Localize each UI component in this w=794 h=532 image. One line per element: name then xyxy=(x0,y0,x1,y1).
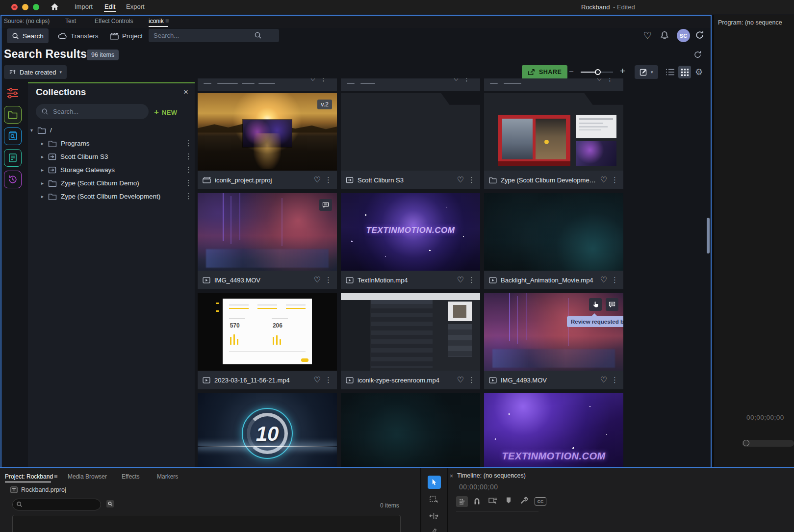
timeline-display-settings-button[interactable] xyxy=(456,496,468,507)
panel-divider[interactable] xyxy=(420,468,421,532)
close-icon[interactable]: × xyxy=(450,473,453,480)
ripple-edit-tool-button[interactable] xyxy=(429,512,439,520)
asset-thumbnail[interactable]: TEXTINMOTION.COM xyxy=(484,393,623,467)
comments-badge[interactable] xyxy=(606,298,618,311)
review-request-badge[interactable] xyxy=(589,298,602,311)
more-options-button[interactable]: ⋮ xyxy=(185,193,192,200)
caret-right-icon[interactable]: ▸ xyxy=(41,141,48,146)
thumbnail-size-slider[interactable] xyxy=(581,72,613,73)
menu-export[interactable]: Export xyxy=(126,3,145,10)
tab-media-browser[interactable]: Media Browser xyxy=(68,473,107,480)
iconik-transfers-nav-button[interactable]: Transfers xyxy=(53,28,103,43)
asset-card-backlight[interactable]: Backlight_Animation_Movie.mp4 ♡ ⋮ xyxy=(484,193,623,289)
asset-card-screencap-dashboard[interactable]: 570 206 2023-03-16_11-56-21.mp4 ♡ ⋮ xyxy=(198,293,337,389)
tab-effect-controls[interactable]: Effect Controls xyxy=(95,18,133,25)
collection-thumbnail[interactable] xyxy=(484,93,623,171)
zoom-out-button[interactable]: − xyxy=(569,67,574,77)
favorite-button[interactable]: ♡ xyxy=(457,376,464,384)
more-options-button[interactable]: ⋮ xyxy=(611,377,618,384)
program-timecode[interactable]: 00;00;00;00 xyxy=(746,414,784,421)
close-window-button[interactable] xyxy=(11,4,18,10)
rail-collections-button[interactable] xyxy=(4,106,22,124)
wrench-settings-icon[interactable] xyxy=(520,496,528,505)
favorite-button[interactable]: ♡ xyxy=(457,176,464,184)
comments-badge[interactable] xyxy=(319,199,332,211)
rail-filters-button[interactable] xyxy=(4,84,22,102)
asset-card-img4493-1[interactable]: IMG_4493.MOV ♡ ⋮ xyxy=(198,193,337,289)
asset-thumbnail[interactable] xyxy=(341,393,480,467)
more-options-button[interactable]: ⋮ xyxy=(185,153,192,160)
favorites-icon[interactable]: ♡ xyxy=(643,31,652,40)
more-options-button[interactable]: ⋮ xyxy=(325,377,332,384)
favorite-button[interactable]: ♡ xyxy=(596,78,603,82)
close-icon[interactable]: × xyxy=(183,87,188,97)
tab-iconik[interactable]: iconik xyxy=(149,18,164,25)
tab-project-rockband[interactable]: Project: Rockband xyxy=(5,473,53,480)
more-options-button[interactable]: ⋮ xyxy=(320,78,327,82)
add-marker-icon[interactable] xyxy=(505,497,512,504)
favorite-button[interactable]: ♡ xyxy=(314,376,321,384)
notifications-bell-icon[interactable] xyxy=(660,31,669,40)
asset-card-countdown[interactable]: 10 xyxy=(198,393,337,467)
user-avatar[interactable]: SC xyxy=(677,29,690,42)
slider-knob[interactable] xyxy=(595,69,601,75)
snap-magnet-icon[interactable] xyxy=(473,497,481,506)
asset-card-textinmotion-2[interactable]: TEXTINMOTION.COM xyxy=(484,393,623,467)
tree-item-zype-demo[interactable]: ▸ Zype (Scott Cliburn Demo) xyxy=(41,177,139,190)
search-bin-icon[interactable] xyxy=(106,500,114,508)
new-collection-button[interactable]: + NEW xyxy=(154,107,177,117)
tab-source-monitor[interactable]: Source: (no clips) xyxy=(4,18,50,25)
panel-menu-icon[interactable]: ≡ xyxy=(511,472,515,480)
caret-right-icon[interactable]: ▸ xyxy=(41,167,48,173)
asset-thumbnail[interactable]: Review requested by you xyxy=(484,293,623,371)
panel-divider[interactable] xyxy=(447,468,448,532)
zoom-window-button[interactable] xyxy=(33,4,39,10)
favorite-button[interactable]: ♡ xyxy=(600,176,607,184)
favorite-button[interactable]: ♡ xyxy=(600,376,607,384)
caret-down-icon[interactable]: ▾ xyxy=(30,127,37,133)
asset-card-screenroom[interactable]: iconik-zype-screenroom.mp4 ♡ ⋮ xyxy=(341,293,480,389)
asset-thumbnail[interactable]: TEXTINMOTION.COM xyxy=(341,193,480,271)
more-options-button[interactable]: ⋮ xyxy=(185,179,192,187)
menu-import[interactable]: Import xyxy=(75,3,93,10)
more-options-button[interactable]: ⋮ xyxy=(606,78,614,82)
panel-menu-icon[interactable]: ≡ xyxy=(54,473,58,480)
program-panel-title[interactable]: Program: (no sequence xyxy=(718,19,782,26)
asset-thumbnail[interactable]: 570 206 xyxy=(198,293,337,371)
linked-selection-icon[interactable] xyxy=(488,497,497,505)
caret-right-icon[interactable]: ▸ xyxy=(41,154,48,159)
favorite-button[interactable]: ♡ xyxy=(600,276,607,284)
minimize-window-button[interactable] xyxy=(22,4,28,10)
asset-thumbnail[interactable]: 10 xyxy=(198,393,337,467)
zoom-in-button[interactable]: + xyxy=(620,66,625,76)
settings-gear-icon[interactable]: ⚙ xyxy=(695,67,703,77)
refresh-results-icon[interactable] xyxy=(693,51,702,59)
asset-card-zype-development[interactable]: Zype (Scott Cliburn Development) ♡ ⋮ xyxy=(484,93,623,189)
tree-item-zype-development[interactable]: ▸ Zype (Scott Cliburn Development) xyxy=(41,190,160,203)
edit-metadata-dropdown[interactable]: ▾ xyxy=(635,65,658,79)
asset-thumbnail[interactable] xyxy=(198,193,337,271)
asset-card-img4493-2[interactable]: Review requested by you IMG_4493.MOV ♡ ⋮ xyxy=(484,293,623,389)
menu-edit[interactable]: Edit xyxy=(104,3,115,10)
tree-item-storage-gateways[interactable]: ▸ Storage Gateways xyxy=(41,163,115,177)
favorite-button[interactable]: ♡ xyxy=(457,276,464,284)
asset-thumbnail[interactable]: v.2 xyxy=(198,93,337,171)
sort-dropdown[interactable]: Date created ▾ xyxy=(4,65,67,79)
timeline-timecode[interactable]: 00;00;00;00 xyxy=(459,483,498,491)
more-options-button[interactable]: ⋮ xyxy=(463,78,470,82)
project-file-name[interactable]: Rockband.prproj xyxy=(21,486,66,493)
captions-toggle[interactable]: CC xyxy=(535,497,546,506)
more-options-button[interactable]: ⋮ xyxy=(468,177,475,184)
collection-thumbnail[interactable] xyxy=(341,93,480,171)
more-options-button[interactable]: ⋮ xyxy=(611,277,618,284)
more-options-button[interactable]: ⋮ xyxy=(185,166,192,174)
tree-item-root[interactable]: ▾ / xyxy=(30,124,52,137)
tab-markers[interactable]: Markers xyxy=(157,473,178,480)
asset-card-iconik-project[interactable]: v.2 iconik_project.prproj ♡ ⋮ xyxy=(198,93,337,189)
more-options-button[interactable]: ⋮ xyxy=(325,177,332,184)
rail-history-button[interactable] xyxy=(4,171,22,188)
collections-search-input[interactable] xyxy=(36,104,149,119)
favorite-button[interactable]: ♡ xyxy=(309,78,316,82)
asset-card-dark-abstract[interactable] xyxy=(341,393,480,467)
grid-view-button[interactable] xyxy=(678,66,691,78)
